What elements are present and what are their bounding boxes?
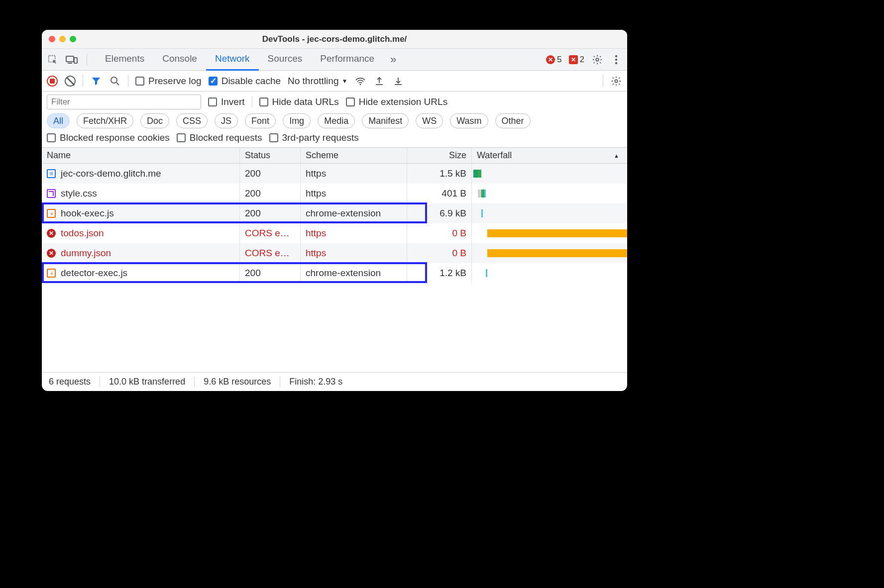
svg-point-11	[615, 80, 618, 83]
filter-pill-ws[interactable]: WS	[416, 113, 443, 128]
svg-point-10	[360, 84, 361, 85]
request-status: CORS e…	[240, 243, 301, 263]
request-name: hook-exec.js	[61, 208, 114, 219]
request-name: dummy.json	[61, 248, 111, 259]
blocked-cookies-checkbox[interactable]: Blocked response cookies	[47, 132, 170, 143]
svg-line-9	[116, 83, 119, 85]
throttling-select[interactable]: No throttling▼	[288, 76, 347, 87]
requests-table: Name Status Scheme Size Waterfall▲ jec-c…	[42, 148, 627, 372]
filter-pill-js[interactable]: JS	[215, 113, 238, 128]
invert-checkbox[interactable]: Invert	[208, 97, 245, 107]
col-waterfall[interactable]: Waterfall▲	[472, 148, 627, 163]
request-size: 1.5 kB	[407, 164, 472, 184]
table-row[interactable]: jec-cors-demo.glitch.me200https1.5 kB	[42, 164, 627, 184]
table-row[interactable]: detector-exec.js200chrome-extension1.2 k…	[42, 263, 627, 283]
tab-network[interactable]: Network	[206, 49, 259, 71]
issues-count[interactable]: ✕ 2	[569, 55, 584, 65]
titlebar: DevTools - jec-cors-demo.glitch.me/	[42, 30, 627, 49]
filter-bar: Invert Hide data URLs Hide extension URL…	[42, 92, 627, 148]
devtools-window: DevTools - jec-cors-demo.glitch.me/ Elem…	[42, 30, 627, 391]
sort-indicator-icon: ▲	[614, 153, 622, 159]
tab-console[interactable]: Console	[153, 49, 206, 71]
network-settings-icon[interactable]	[610, 75, 622, 87]
panel-tabs: ElementsConsoleNetworkSourcesPerformance	[96, 49, 383, 71]
js-icon	[47, 209, 56, 218]
col-status[interactable]: Status	[240, 148, 301, 163]
table-row[interactable]: todos.jsonCORS e…https0 B	[42, 223, 627, 243]
svg-point-5	[615, 55, 617, 57]
filter-pill-css[interactable]: CSS	[176, 113, 208, 128]
status-requests: 6 requests	[49, 377, 100, 387]
export-har-icon[interactable]	[373, 75, 385, 87]
network-conditions-icon[interactable]	[354, 75, 366, 87]
filter-pill-other[interactable]: Other	[495, 113, 531, 128]
device-toolbar-icon[interactable]	[66, 54, 78, 66]
waterfall-cell	[472, 223, 627, 243]
request-scheme: https	[301, 184, 407, 203]
kebab-menu-icon[interactable]	[610, 54, 622, 66]
svg-point-4	[596, 58, 599, 61]
waterfall-cell	[472, 203, 627, 223]
record-button[interactable]	[47, 76, 58, 87]
blocked-requests-checkbox[interactable]: Blocked requests	[177, 132, 262, 143]
status-transferred: 10.0 kB transferred	[100, 377, 195, 387]
filter-pill-manifest[interactable]: Manifest	[362, 113, 409, 128]
request-name: style.css	[61, 188, 97, 199]
col-name[interactable]: Name	[42, 148, 240, 163]
search-icon[interactable]	[109, 75, 121, 87]
filter-pill-all[interactable]: All	[47, 113, 70, 128]
filter-pill-font[interactable]: Font	[245, 113, 276, 128]
request-name: todos.json	[61, 228, 104, 239]
filter-pill-doc[interactable]: Doc	[140, 113, 169, 128]
clear-button[interactable]	[65, 76, 76, 87]
request-size: 0 B	[407, 243, 472, 263]
request-size: 6.9 kB	[407, 203, 472, 223]
tab-elements[interactable]: Elements	[96, 49, 153, 71]
issues-icon: ✕	[569, 55, 578, 64]
inspect-element-icon[interactable]	[47, 54, 59, 66]
window-title: DevTools - jec-cors-demo.glitch.me/	[42, 34, 627, 44]
table-row[interactable]: style.css200https401 B	[42, 184, 627, 203]
filter-pill-fetch-xhr[interactable]: Fetch/XHR	[77, 113, 133, 128]
svg-rect-1	[66, 56, 74, 62]
settings-icon[interactable]	[591, 54, 603, 66]
request-scheme: https	[301, 164, 407, 184]
request-status: CORS e…	[240, 223, 301, 243]
error-count[interactable]: ✕ 5	[546, 55, 561, 65]
request-name: jec-cors-demo.glitch.me	[61, 168, 161, 179]
hide-data-urls-checkbox[interactable]: Hide data URLs	[259, 97, 339, 107]
doc-icon	[47, 169, 56, 178]
request-status: 200	[240, 203, 301, 223]
status-resources: 9.6 kB resources	[195, 377, 280, 387]
svg-point-7	[615, 62, 617, 64]
more-panels-icon[interactable]: »	[390, 53, 396, 66]
import-har-icon[interactable]	[392, 75, 404, 87]
hide-extension-urls-checkbox[interactable]: Hide extension URLs	[346, 97, 447, 107]
preserve-log-checkbox[interactable]: Preserve log	[135, 76, 202, 87]
request-size: 401 B	[407, 184, 472, 203]
errx-icon	[47, 249, 56, 258]
tab-performance[interactable]: Performance	[311, 49, 383, 71]
request-size: 0 B	[407, 223, 472, 243]
table-row[interactable]: hook-exec.js200chrome-extension6.9 kB	[42, 203, 627, 223]
table-header: Name Status Scheme Size Waterfall▲	[42, 148, 627, 164]
filter-icon[interactable]	[90, 75, 102, 87]
table-row[interactable]: dummy.jsonCORS e…https0 B	[42, 243, 627, 263]
filter-pill-img[interactable]: Img	[283, 113, 311, 128]
filter-input[interactable]	[47, 95, 201, 109]
request-scheme: https	[301, 223, 407, 243]
col-size[interactable]: Size	[407, 148, 472, 163]
third-party-checkbox[interactable]: 3rd-party requests	[269, 132, 359, 143]
status-bar: 6 requests 10.0 kB transferred 9.6 kB re…	[42, 372, 627, 391]
col-scheme[interactable]: Scheme	[301, 148, 407, 163]
network-toolbar: Preserve log Disable cache No throttling…	[42, 71, 627, 92]
css-icon	[47, 189, 56, 198]
waterfall-cell	[472, 243, 627, 263]
resource-type-filters: AllFetch/XHRDocCSSJSFontImgMediaManifest…	[47, 113, 622, 128]
tab-sources[interactable]: Sources	[259, 49, 312, 71]
request-size: 1.2 kB	[407, 263, 472, 283]
filter-pill-media[interactable]: Media	[318, 113, 355, 128]
errx-icon	[47, 229, 56, 238]
filter-pill-wasm[interactable]: Wasm	[450, 113, 488, 128]
disable-cache-checkbox[interactable]: Disable cache	[209, 76, 281, 87]
